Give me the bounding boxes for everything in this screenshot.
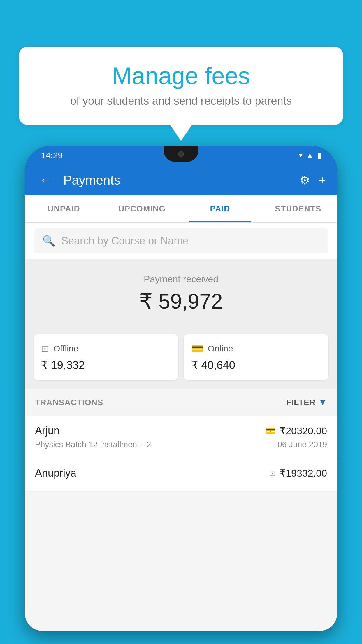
- speech-bubble-section: Manage fees of your students and send re…: [19, 47, 343, 125]
- phone-mockup: 14:29 ▾ ▲ ▮ ← Payments ⚙ +: [25, 146, 337, 644]
- settings-icon[interactable]: ⚙: [300, 174, 310, 187]
- amount-value: ₹20320.00: [279, 425, 327, 437]
- transaction-bottom: Physics Batch 12 Installment - 2 06 June…: [35, 440, 327, 449]
- transaction-amount: 💳 ₹20320.00: [266, 425, 327, 437]
- transaction-top: Anupriya ⊡ ₹19332.00: [35, 467, 327, 479]
- payment-label: Payment received: [34, 274, 328, 285]
- payment-cards: ⊡ Offline ₹ 19,332 💳 Online ₹ 40,640: [25, 325, 337, 389]
- transaction-course: Physics Batch 12 Installment - 2: [35, 440, 151, 449]
- transaction-name: Anupriya: [35, 467, 76, 479]
- phone-frame: 14:29 ▾ ▲ ▮ ← Payments ⚙ +: [25, 146, 337, 631]
- transaction-top: Arjun 💳 ₹20320.00: [35, 425, 327, 437]
- filter-icon: ▼: [319, 398, 327, 407]
- status-time: 14:29: [41, 150, 63, 160]
- transactions-header: TRANSACTIONS FILTER ▼: [25, 389, 337, 416]
- transaction-date: 06 June 2019: [277, 440, 327, 449]
- offline-card: ⊡ Offline ₹ 19,332: [34, 334, 178, 380]
- wifi-icon: ▾: [299, 151, 303, 160]
- tabs-container: UNPAID UPCOMING PAID STUDENTS: [25, 195, 337, 223]
- offline-icon: ⊡: [41, 343, 49, 354]
- bubble-subtitle: of your students and send receipts to pa…: [36, 95, 326, 107]
- offline-amount: ₹ 19,332: [41, 359, 171, 372]
- filter-button[interactable]: FILTER ▼: [286, 398, 327, 407]
- offline-payment-icon: ⊡: [269, 468, 276, 478]
- status-icons: ▾ ▲ ▮: [299, 151, 321, 160]
- online-card-header: 💳 Online: [191, 343, 321, 354]
- payment-amount: ₹ 59,972: [34, 289, 328, 314]
- online-amount: ₹ 40,640: [191, 359, 321, 372]
- search-input[interactable]: Search by Course or Name: [61, 235, 188, 247]
- phone-screen: 14:29 ▾ ▲ ▮ ← Payments ⚙ +: [25, 146, 337, 631]
- online-label: Online: [208, 344, 233, 354]
- app-content: 🔍 Search by Course or Name Payment recei…: [25, 223, 337, 631]
- speech-bubble: Manage fees of your students and send re…: [19, 47, 343, 125]
- tab-unpaid[interactable]: UNPAID: [25, 195, 103, 222]
- app-bar: ← Payments ⚙ +: [25, 165, 337, 195]
- add-icon[interactable]: +: [319, 174, 326, 187]
- transaction-name: Arjun: [35, 425, 59, 437]
- battery-icon: ▮: [317, 151, 321, 160]
- transaction-amount: ⊡ ₹19332.00: [269, 467, 327, 479]
- camera: [178, 151, 184, 157]
- signal-icon: ▲: [306, 151, 314, 160]
- online-card: 💳 Online ₹ 40,640: [184, 334, 328, 380]
- search-icon: 🔍: [42, 235, 55, 247]
- status-bar: 14:29 ▾ ▲ ▮: [25, 146, 337, 165]
- notch: [164, 146, 198, 162]
- online-icon: 💳: [191, 343, 203, 354]
- tab-students[interactable]: STUDENTS: [259, 195, 337, 222]
- transactions-label: TRANSACTIONS: [35, 398, 103, 407]
- payment-received-section: Payment received ₹ 59,972: [25, 259, 337, 325]
- tab-paid[interactable]: PAID: [181, 195, 259, 222]
- bubble-title: Manage fees: [36, 63, 326, 89]
- tab-upcoming[interactable]: UPCOMING: [103, 195, 181, 222]
- back-button[interactable]: ←: [36, 170, 55, 190]
- amount-value: ₹19332.00: [279, 467, 327, 479]
- app-bar-actions: ⚙ +: [300, 174, 326, 187]
- transaction-row[interactable]: Arjun 💳 ₹20320.00 Physics Batch 12 Insta…: [25, 416, 337, 458]
- offline-label: Offline: [53, 344, 78, 354]
- search-input-container[interactable]: 🔍 Search by Course or Name: [34, 228, 328, 253]
- offline-card-header: ⊡ Offline: [41, 343, 171, 354]
- app-bar-title: Payments: [63, 173, 291, 188]
- transaction-row[interactable]: Anupriya ⊡ ₹19332.00: [25, 458, 337, 491]
- filter-label: FILTER: [286, 398, 316, 407]
- card-payment-icon: 💳: [266, 426, 276, 436]
- search-bar: 🔍 Search by Course or Name: [25, 223, 337, 259]
